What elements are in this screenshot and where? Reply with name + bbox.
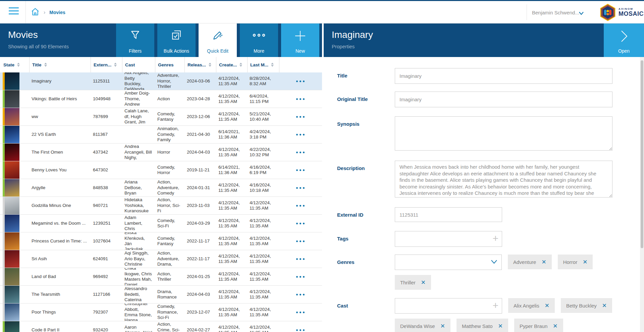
remove-chip-icon[interactable]: ✕ xyxy=(498,323,503,330)
bulk-actions-icon xyxy=(171,30,182,42)
cell-cast: Calah Lane, df, Hugh Grant, Jim xyxy=(122,108,155,125)
table-row[interactable]: The First Omen 437342 Andrea Arcangeli, … xyxy=(0,144,322,161)
table-row[interactable]: Imaginary 1125311 Alix Angelis, Betty Bu… xyxy=(0,72,322,90)
table-row[interactable]: Vikings: Battle of Heirs 1049948 Amber D… xyxy=(0,90,322,108)
more-button[interactable]: More xyxy=(240,23,278,57)
description-field-label: Description xyxy=(337,161,395,199)
genres-select[interactable] xyxy=(395,255,502,270)
table-row[interactable]: Sri Asih 624091 Aqi Singgih, Ario Bayu, … xyxy=(0,250,322,268)
ellipsis-icon xyxy=(296,116,305,118)
table-row[interactable]: Poor Things 792307 Christopher Abbott, E… xyxy=(0,303,322,321)
row-actions-button[interactable] xyxy=(279,286,322,303)
cast-add-field[interactable]: + xyxy=(395,298,502,314)
external-id-field[interactable] xyxy=(395,207,502,222)
column-header-state[interactable]: State xyxy=(0,57,30,72)
table-row[interactable]: Code 8 Part II 932420 Aaron Abrams, Akie… xyxy=(0,321,322,332)
cell-last-modified: 4/12/2024, 11:35 AM xyxy=(248,303,279,321)
cell-created: 4/12/2024, 11:35 AM xyxy=(216,144,248,161)
row-actions-button[interactable] xyxy=(279,303,322,321)
list-panel-header: Movies Showing all of 90 Elements Filter… xyxy=(0,23,322,57)
synopsis-field[interactable] xyxy=(395,116,612,151)
remove-chip-icon[interactable]: ✕ xyxy=(545,302,549,309)
column-header-title[interactable]: Title xyxy=(30,57,91,72)
tags-field[interactable]: + xyxy=(395,231,502,247)
sort-icon[interactable] xyxy=(271,63,274,67)
plus-icon[interactable]: + xyxy=(492,300,498,311)
cell-created: 4/12/2024, 11:35 AM xyxy=(216,321,248,332)
bulk-actions-button[interactable]: Bulk Actions xyxy=(157,23,196,57)
table-row[interactable]: The Tearsmith 1127166 Alessandro Bedetti… xyxy=(0,286,322,303)
row-actions-button[interactable] xyxy=(279,144,322,161)
table-row[interactable]: Princess Cursed in Time: ... 1027604 Eli… xyxy=(0,232,322,250)
cell-last-modified: 4/12/2024, 11:35 AM xyxy=(248,286,279,303)
remove-chip-icon[interactable]: ✕ xyxy=(602,302,607,309)
table-row[interactable]: Argylle 848538 Ariana DeBose, Bryan Acti… xyxy=(0,179,322,197)
sort-icon[interactable] xyxy=(209,63,211,67)
table-row[interactable]: Land of Bad 969492 Chika Ikogwe, Chris M… xyxy=(0,268,322,286)
row-actions-button[interactable] xyxy=(279,126,322,143)
sort-icon[interactable] xyxy=(239,63,242,67)
chevron-down-icon[interactable] xyxy=(579,11,584,17)
table-row[interactable]: Benny Loves You 647302 Comedy, Horror 20… xyxy=(0,161,322,179)
cell-external-id: 1127166 xyxy=(91,286,122,303)
remove-chip-icon[interactable]: ✕ xyxy=(583,259,587,266)
row-actions-button[interactable] xyxy=(279,215,322,232)
row-actions-button[interactable] xyxy=(279,250,322,268)
table-row[interactable]: Godzilla Minus One 940721 Hidetaka Yoshi… xyxy=(0,197,322,215)
scrollbar[interactable] xyxy=(640,57,644,332)
table-row[interactable]: 22 VS Earth 811367 Animation, Comedy, Fa… xyxy=(0,126,322,144)
hamburger-menu-icon[interactable] xyxy=(9,7,19,15)
cell-genres: Comedy, Romance, Sci-Fi xyxy=(155,303,185,321)
remove-chip-icon[interactable]: ✕ xyxy=(421,279,426,286)
column-header-releas-[interactable]: Releas... xyxy=(185,57,216,72)
cell-genres: Comedy, Fantasy xyxy=(155,108,185,125)
new-button[interactable]: New xyxy=(281,23,319,57)
remove-chip-icon[interactable]: ✕ xyxy=(553,323,557,330)
cell-title: Princess Cursed in Time: ... xyxy=(30,232,91,250)
sort-icon[interactable] xyxy=(114,63,117,67)
cell-released: 2024-03-29 xyxy=(185,215,216,232)
plus-icon[interactable]: + xyxy=(492,233,498,244)
cell-state xyxy=(0,144,30,161)
poster-thumbnail xyxy=(5,268,19,285)
cell-created: 6/14/2021, 11:36 AM xyxy=(216,126,248,143)
row-actions-button[interactable] xyxy=(279,108,322,125)
sort-icon[interactable] xyxy=(17,63,20,67)
description-field[interactable]: When Jessica moves back into her childho… xyxy=(395,161,612,198)
original-title-field[interactable] xyxy=(395,92,612,107)
cell-state xyxy=(0,72,30,90)
row-actions-button[interactable] xyxy=(279,90,322,108)
row-actions-button[interactable] xyxy=(279,72,322,90)
title-field[interactable] xyxy=(395,68,612,84)
poster-thumbnail xyxy=(5,286,19,303)
chip: Pyper Braun✕ xyxy=(514,319,563,332)
row-actions-button[interactable] xyxy=(279,197,322,214)
row-actions-button[interactable] xyxy=(279,268,322,285)
cell-external-id: 1239251 xyxy=(91,215,122,232)
table-row[interactable]: ww 787699 Calah Lane, df, Hugh Grant, Ji… xyxy=(0,108,322,126)
table-row[interactable]: Megamind vs. the Doom ... 1239251 Adam L… xyxy=(0,215,322,232)
cell-last-modified: 4/12/2024, 11:35 AM xyxy=(248,197,279,214)
column-header-last-m-[interactable]: Last M... xyxy=(248,57,279,72)
open-button[interactable]: Open xyxy=(604,23,644,57)
row-actions-button[interactable] xyxy=(279,179,322,197)
scrollbar-thumb[interactable] xyxy=(641,60,643,248)
row-actions-button[interactable] xyxy=(279,161,322,179)
row-actions-button[interactable] xyxy=(279,321,322,332)
column-header-create-[interactable]: Create... xyxy=(216,57,248,72)
remove-chip-icon[interactable]: ✕ xyxy=(440,323,445,330)
user-menu-label[interactable]: Benjamin Schwend... xyxy=(532,10,579,15)
home-icon[interactable] xyxy=(31,7,40,17)
filters-button[interactable]: Filters xyxy=(116,23,154,57)
quick-edit-button[interactable]: Quick Edit xyxy=(199,23,237,57)
sort-icon[interactable] xyxy=(44,63,47,67)
ellipsis-icon xyxy=(296,205,305,207)
row-actions-button[interactable] xyxy=(279,232,322,250)
cell-created: 4/12/2024, 11:35 AM xyxy=(216,268,248,285)
remove-chip-icon[interactable]: ✕ xyxy=(541,259,546,266)
cell-title: The Tearsmith xyxy=(30,286,91,303)
column-header-extern-[interactable]: Extern... xyxy=(91,57,122,72)
breadcrumb-current[interactable]: Movies xyxy=(49,10,65,15)
chevron-down-icon xyxy=(491,260,497,264)
table-header: StateTitleExtern...CastGenresReleas...Cr… xyxy=(0,57,322,72)
